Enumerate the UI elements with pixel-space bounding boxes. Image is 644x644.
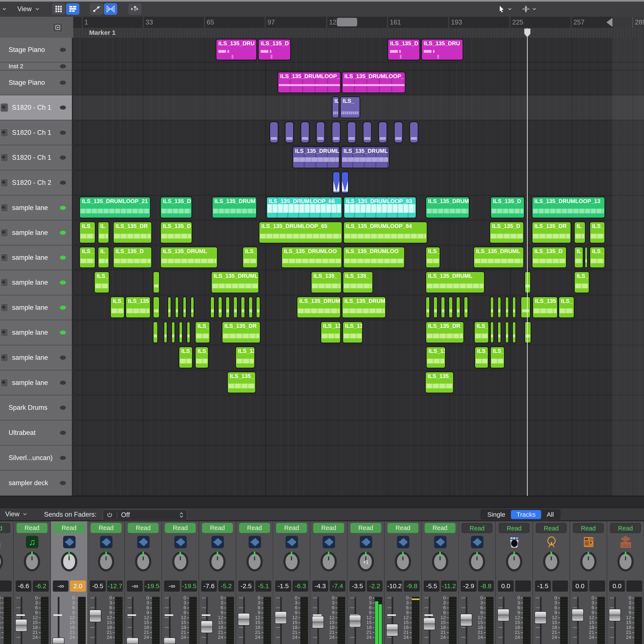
channel-icon-speaker[interactable] bbox=[508, 536, 521, 548]
track-lane[interactable]: ILS_ILS_135_DRILS_13ILS_13ILS_135_DRILS_ bbox=[73, 320, 644, 345]
region[interactable]: ILS_135_DRUMLOOP_66 bbox=[266, 197, 342, 218]
peak-level-value[interactable]: -8.8 bbox=[478, 580, 494, 592]
track-speaker-icon[interactable] bbox=[0, 204, 8, 212]
region-pill[interactable] bbox=[187, 321, 190, 343]
track-header-silverl-uncan-[interactable]: Silverl...uncan) bbox=[0, 446, 73, 471]
peak-level-value[interactable]: -19.5 bbox=[181, 580, 197, 592]
track-lane[interactable] bbox=[73, 120, 644, 145]
peak-level-value[interactable]: -5.1 bbox=[255, 580, 271, 592]
channel-icon-mpc[interactable] bbox=[582, 536, 595, 548]
track-lane[interactable]: ILS_135_DRUMLOOP_21ILS_135_DILS_135_DRUM… bbox=[73, 196, 644, 220]
region[interactable]: ILS_135_DRUMLOOP_21 bbox=[79, 197, 151, 218]
track-monitor-dot[interactable] bbox=[60, 131, 66, 135]
fader-handle[interactable] bbox=[52, 638, 64, 644]
peak-level-value[interactable] bbox=[552, 580, 568, 592]
region-pill[interactable] bbox=[256, 296, 260, 318]
fader-handle[interactable] bbox=[386, 624, 398, 636]
snap-icon[interactable] bbox=[128, 3, 142, 15]
region-pill[interactable] bbox=[524, 271, 531, 293]
region-pill[interactable] bbox=[190, 296, 194, 318]
ruler-selection-box[interactable] bbox=[337, 18, 357, 26]
fader-track[interactable] bbox=[132, 597, 134, 644]
fader-handle[interactable] bbox=[126, 638, 138, 644]
region-pill[interactable] bbox=[441, 296, 445, 318]
track-lane[interactable]: ILS_ILS_135_DRUMLILS_135_ILS_135_ILS_135… bbox=[73, 270, 644, 295]
fader-track[interactable] bbox=[58, 597, 59, 644]
fader-handle[interactable] bbox=[497, 609, 509, 621]
automation-read-button[interactable]: Read bbox=[202, 523, 233, 533]
region-pill[interactable] bbox=[456, 296, 460, 318]
automation-read-button[interactable]: Read bbox=[313, 523, 344, 533]
region-pill[interactable] bbox=[409, 122, 418, 143]
region-pill[interactable] bbox=[171, 321, 175, 343]
track-header-sample-lane[interactable]: sample lane bbox=[0, 371, 73, 395]
track-header-inst-2[interactable]: Inst 2 bbox=[0, 62, 73, 71]
region[interactable]: ILS_ bbox=[79, 222, 96, 243]
region[interactable]: ILS_135_DR bbox=[425, 321, 464, 343]
region-pill[interactable] bbox=[505, 321, 509, 343]
pan-knob[interactable] bbox=[172, 552, 188, 571]
volume-value[interactable]: -6.6 bbox=[16, 580, 32, 592]
peak-level-value[interactable] bbox=[515, 580, 531, 592]
pan-knob[interactable] bbox=[98, 552, 114, 571]
region-pill[interactable] bbox=[179, 321, 183, 343]
pan-knob[interactable] bbox=[580, 552, 597, 571]
region[interactable]: ILS_135_D bbox=[160, 222, 192, 243]
volume-value[interactable]: 0.0 bbox=[498, 580, 514, 592]
region[interactable]: ILS_135_DRUML bbox=[425, 271, 485, 293]
region-pill[interactable] bbox=[285, 122, 294, 143]
track-monitor-dot[interactable] bbox=[60, 305, 66, 310]
track-header-sample-lane[interactable]: sample lane bbox=[0, 270, 73, 295]
region[interactable]: ILS_135_D bbox=[387, 39, 420, 60]
pan-knob[interactable] bbox=[283, 552, 300, 571]
channel-icon-wave[interactable] bbox=[249, 536, 261, 548]
region[interactable]: ILS_135_DRUML bbox=[211, 271, 259, 293]
track-header-s1820-ch-1[interactable]: S1820 - Ch 1 bbox=[0, 120, 73, 145]
automation-read-button[interactable]: Read bbox=[610, 523, 641, 533]
marker-strip[interactable]: Marker 1 bbox=[73, 28, 644, 38]
volume-value[interactable]: -∞ bbox=[164, 580, 180, 592]
region[interactable]: ILS_13 bbox=[342, 321, 363, 343]
region[interactable]: ILS_ bbox=[110, 296, 125, 318]
region[interactable]: ILS_135_ bbox=[311, 271, 342, 293]
region-pill[interactable] bbox=[378, 122, 387, 143]
region[interactable]: ILS_ bbox=[195, 321, 210, 343]
track-lane[interactable]: ILS_ILILS_135_DRILS_135_DILS_135_DRUMLOO… bbox=[73, 220, 644, 246]
track-speaker-icon[interactable] bbox=[0, 178, 8, 187]
region-pill[interactable] bbox=[218, 296, 222, 318]
automation-read-button[interactable]: Read bbox=[573, 523, 604, 533]
fader-track[interactable] bbox=[206, 597, 208, 644]
pan-knob[interactable] bbox=[209, 552, 226, 571]
fader-handle[interactable] bbox=[15, 619, 27, 632]
region-pill[interactable] bbox=[175, 296, 179, 318]
track-header-sample-lane[interactable]: sample lane bbox=[0, 320, 73, 345]
region[interactable]: ILS_135_D bbox=[490, 197, 525, 218]
region[interactable]: ILS_135_DRUMLOOP_84 bbox=[343, 222, 427, 243]
region-pill[interactable] bbox=[497, 296, 501, 318]
automation-read-button[interactable]: Read bbox=[239, 523, 270, 533]
region[interactable]: ILS_135_DRUMLOOP_65 bbox=[259, 222, 342, 243]
pan-knob[interactable] bbox=[469, 552, 485, 571]
peak-level-value[interactable]: -5.2 bbox=[218, 580, 234, 592]
track-monitor-dot[interactable] bbox=[60, 156, 66, 160]
track-lane[interactable] bbox=[73, 395, 644, 421]
track-header-spark-drums[interactable]: Spark Drums bbox=[0, 395, 73, 421]
fader-handle[interactable] bbox=[89, 610, 101, 622]
track-monitor-dot[interactable] bbox=[60, 106, 66, 110]
region-pill[interactable] bbox=[425, 296, 430, 318]
track-monitor-dot[interactable] bbox=[60, 181, 66, 185]
region-pill[interactable] bbox=[153, 321, 158, 343]
region[interactable]: ILS_135_DRUMLOO bbox=[343, 247, 405, 268]
fader-handle[interactable] bbox=[535, 611, 547, 624]
region[interactable]: ILS_135_DRU bbox=[216, 39, 257, 60]
region-pill[interactable] bbox=[464, 296, 468, 318]
region[interactable]: ILS_ bbox=[474, 321, 489, 343]
region[interactable]: IL bbox=[574, 222, 586, 243]
region[interactable]: ILS_135_DRU bbox=[421, 39, 463, 60]
track-header-disclosure-button[interactable] bbox=[53, 23, 63, 32]
peak-level-value[interactable] bbox=[0, 580, 12, 592]
track-speaker-icon[interactable] bbox=[0, 228, 8, 237]
region-pill[interactable] bbox=[167, 296, 171, 318]
track-speaker-icon[interactable] bbox=[0, 253, 8, 262]
automation-read-button[interactable]: Read bbox=[536, 523, 567, 533]
